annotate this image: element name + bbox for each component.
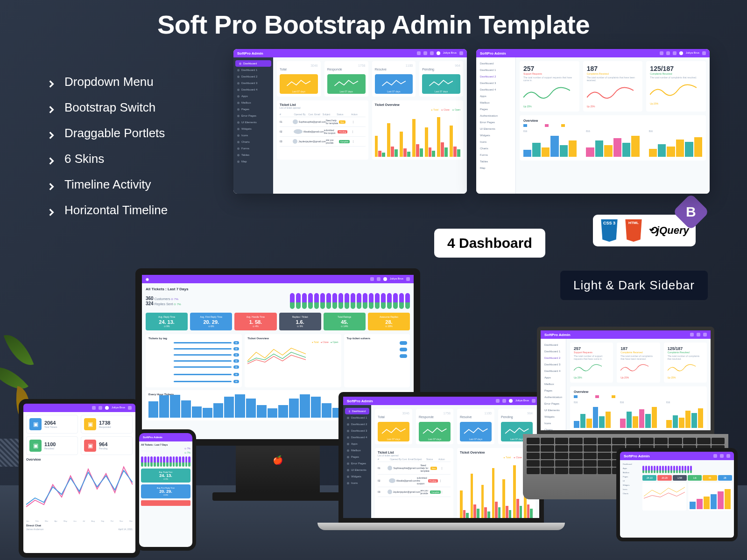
table-row[interactable]: 01Sophiasophia@gmail.comNeed help for te… bbox=[378, 462, 451, 475]
user-label[interactable]: Juliya Brus bbox=[686, 51, 699, 55]
settings-icon[interactable] bbox=[406, 277, 410, 281]
sidebar-item[interactable]: Forms bbox=[233, 145, 273, 152]
sidebar-item[interactable]: Error Pages bbox=[233, 112, 273, 119]
screenshot-light-sidebar: SoftPro Admin Juliya Brus DashboardDashb… bbox=[476, 49, 710, 194]
table-row[interactable]: 02Aliaalia@gmail.comsubmitted the coupon… bbox=[378, 475, 451, 487]
sidebar-item[interactable]: Dashboard 3 bbox=[233, 80, 273, 86]
sidebar-item[interactable]: Mailbox bbox=[476, 99, 515, 106]
sidebar-item[interactable]: Apps bbox=[541, 374, 566, 381]
settings-icon[interactable] bbox=[459, 51, 463, 55]
sidebar-item[interactable]: UI Elements bbox=[541, 407, 566, 413]
sidebar-item[interactable]: Tables bbox=[233, 152, 273, 158]
sidebar-item[interactable]: Dashboard bbox=[345, 408, 369, 414]
sidebar-item[interactable]: Tables bbox=[476, 158, 515, 165]
sidebar-item[interactable]: Map bbox=[476, 165, 515, 171]
sidebar-item[interactable]: Apps bbox=[476, 93, 515, 99]
settings-icon[interactable] bbox=[128, 406, 132, 410]
sidebar-item[interactable]: Widgets bbox=[476, 132, 515, 139]
sidebar-item[interactable]: Map bbox=[233, 158, 273, 165]
sidebar-item[interactable]: Dashboard bbox=[541, 342, 566, 348]
sidebar-item[interactable]: Dashboard 4 bbox=[476, 86, 515, 93]
avatar[interactable] bbox=[105, 406, 109, 410]
user-label[interactable]: Juliya Brus bbox=[443, 51, 457, 55]
sidebar-item[interactable]: Dashboard 3 bbox=[476, 80, 515, 86]
search-icon[interactable] bbox=[417, 51, 421, 55]
sidebar-item[interactable]: Authentication bbox=[541, 394, 566, 400]
sidebar-item-dashboard[interactable]: Dashboard bbox=[235, 60, 271, 67]
sidebar-item[interactable]: Error Pages bbox=[343, 460, 371, 467]
sidebar-item[interactable]: Pages bbox=[476, 106, 515, 112]
search-icon[interactable] bbox=[660, 51, 663, 55]
sidebar-item[interactable]: Mailbox bbox=[233, 99, 273, 106]
stat-customers: 360 Customers ⊙ 7% bbox=[146, 296, 181, 301]
mail-icon[interactable] bbox=[673, 51, 677, 55]
table-row[interactable]: 01Sophiasophia@gmail.comNeed help for te… bbox=[280, 117, 366, 127]
metric-card: Total Ratings45.⊙ 14% bbox=[324, 313, 366, 330]
sidebar-item[interactable]: Dashboard 1 bbox=[343, 414, 371, 421]
sidebar-item[interactable]: Icons bbox=[233, 132, 273, 139]
sidebar-item[interactable]: Mailbox bbox=[343, 447, 371, 454]
sidebar-item[interactable]: Widgets bbox=[343, 473, 371, 480]
table-row[interactable]: 03Jaydenjayden@gmail.comare you provideC… bbox=[280, 137, 366, 147]
table-row[interactable]: 02Aliaalia@gmail.comsubmitted the coupon… bbox=[280, 127, 366, 137]
mail-icon[interactable] bbox=[430, 51, 434, 55]
sidebar-item[interactable]: Error Pages bbox=[476, 119, 515, 126]
sidebar-item[interactable]: Dashboard 2 bbox=[343, 421, 371, 427]
sidebar-item[interactable]: Dashboard 4 bbox=[233, 86, 273, 93]
toggle-switch[interactable] bbox=[400, 341, 407, 345]
sidebar-item[interactable]: Dashboard 3 bbox=[343, 427, 371, 434]
sidebar-item[interactable]: Pages bbox=[541, 387, 566, 394]
sidebar-item[interactable]: Apps bbox=[233, 93, 273, 99]
sidebar-item[interactable]: Error Pages bbox=[541, 400, 566, 407]
sidebar-item[interactable]: Charts bbox=[476, 145, 515, 152]
css3-icon bbox=[599, 219, 619, 242]
sidebar-item[interactable]: Dashboard bbox=[476, 60, 515, 67]
sidebar-item[interactable]: Dashboard 2 bbox=[233, 73, 273, 80]
fullscreen-icon[interactable] bbox=[666, 51, 670, 55]
sidebar-item[interactable]: UI Elements bbox=[233, 119, 273, 126]
sidebar-item[interactable]: Dashboard 1 bbox=[233, 67, 273, 73]
avatar[interactable] bbox=[437, 51, 440, 55]
sidebar-item[interactable]: Icons bbox=[343, 480, 371, 486]
sidebar-item[interactable]: Apps bbox=[343, 441, 371, 447]
sidebar-item[interactable]: Authentication bbox=[476, 112, 515, 119]
tag-row: Integration request30 bbox=[148, 378, 239, 385]
mail-icon[interactable] bbox=[377, 277, 381, 281]
sidebar-item[interactable]: Dashboard 1 bbox=[541, 348, 566, 355]
sidebar-item[interactable]: Charts bbox=[233, 139, 273, 145]
sidebar-item[interactable]: Widgets bbox=[233, 126, 273, 132]
fullscreen-icon[interactable] bbox=[423, 51, 427, 55]
search-icon[interactable] bbox=[370, 277, 374, 281]
settings-icon[interactable] bbox=[702, 51, 706, 55]
sidebar-item[interactable]: Dashboard 1 bbox=[476, 67, 515, 73]
toggle-switch[interactable] bbox=[400, 354, 407, 358]
avatar[interactable] bbox=[383, 277, 387, 281]
mail-icon[interactable] bbox=[99, 406, 102, 410]
sidebar-item[interactable]: UI Elements bbox=[476, 126, 515, 132]
phone: SoftPro Admin All Tickets : Last 7 Days … bbox=[135, 429, 196, 551]
sidebar-item[interactable]: Icons bbox=[476, 139, 515, 145]
search-icon[interactable] bbox=[92, 406, 96, 410]
stat-card: ▣1100Resolved bbox=[26, 436, 78, 455]
feature-item: Dropdown Menu bbox=[47, 75, 168, 89]
line-chart bbox=[247, 343, 306, 367]
overview-title: Overview bbox=[26, 458, 133, 461]
sidebar-item[interactable]: Dashboard 4 bbox=[343, 434, 371, 441]
sidebar-item[interactable]: Dashboard 4 bbox=[541, 368, 566, 374]
sidebar-item[interactable]: Dashboard 3 bbox=[541, 361, 566, 368]
sidebar-item[interactable]: Charts bbox=[541, 427, 566, 433]
sidebar-item[interactable]: Pages bbox=[343, 454, 371, 460]
table-row[interactable]: 03Jaydenjayden@gmail.comare you provideC… bbox=[378, 487, 451, 497]
overview-panel: Overview All TicketsOpenClosed 816816816 bbox=[520, 115, 706, 161]
sidebar-item[interactable]: Dashboard 2 bbox=[541, 355, 566, 361]
toggle-switch[interactable] bbox=[400, 348, 407, 351]
sidebar-item[interactable]: UI Elements bbox=[343, 467, 371, 473]
sidebar-item[interactable]: Pages bbox=[233, 106, 273, 112]
sidebar-item[interactable]: Forms bbox=[476, 152, 515, 158]
sidebar-item[interactable]: Widgets bbox=[541, 413, 566, 420]
avatar[interactable] bbox=[679, 51, 683, 55]
sidebar-item[interactable]: Dashboard 2 bbox=[476, 73, 515, 80]
user-label[interactable]: Juliya Brus bbox=[390, 277, 403, 281]
sidebar-item[interactable]: Mailbox bbox=[541, 381, 566, 387]
sidebar-item[interactable]: Icons bbox=[541, 420, 566, 427]
